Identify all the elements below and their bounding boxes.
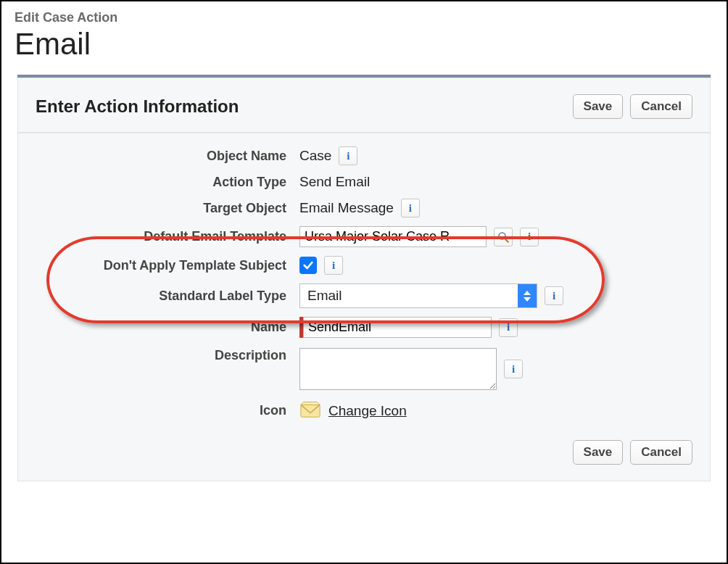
object-name-value: Case [299, 148, 331, 164]
lookup-icon[interactable] [494, 228, 513, 246]
panel-header: Enter Action Information Save Cancel [18, 78, 710, 133]
change-icon-link[interactable]: Change Icon [328, 403, 407, 419]
name-field-wrap [299, 317, 492, 338]
form: Object Name Case i Action Type Send Emai… [18, 133, 710, 427]
info-icon[interactable]: i [499, 318, 518, 337]
panel-title: Enter Action Information [36, 96, 239, 117]
info-icon[interactable]: i [401, 199, 420, 217]
default-email-template-label: Default Email Template [18, 229, 299, 244]
page-header: Edit Case Action Email [1, 1, 727, 75]
name-label: Name [18, 320, 299, 335]
standard-label-type-select[interactable]: Email [299, 283, 537, 308]
cancel-button[interactable]: Cancel [630, 94, 692, 119]
page-title: Email [15, 27, 713, 62]
dont-apply-subject-label: Don't Apply Template Subject [18, 258, 299, 273]
info-icon[interactable]: i [545, 286, 563, 305]
description-textarea[interactable] [299, 348, 497, 390]
panel: Enter Action Information Save Cancel Obj… [17, 78, 711, 481]
save-button[interactable]: Save [573, 94, 624, 119]
standard-label-type-label: Standard Label Type [18, 289, 299, 304]
target-object-value: Email Message [299, 200, 394, 216]
info-icon[interactable]: i [324, 256, 343, 275]
save-button-footer[interactable]: Save [573, 440, 624, 465]
page-subtitle: Edit Case Action [15, 10, 713, 25]
cancel-button-footer[interactable]: Cancel [630, 440, 692, 465]
action-type-label: Action Type [18, 175, 299, 190]
description-label: Description [18, 348, 299, 363]
action-type-value: Send Email [299, 174, 370, 190]
info-icon[interactable]: i [504, 360, 523, 378]
footer-buttons: Save Cancel [18, 427, 710, 481]
envelope-icon [299, 399, 321, 423]
name-input[interactable] [303, 317, 492, 338]
default-email-template-input[interactable] [299, 226, 487, 247]
select-stepper-icon [518, 284, 537, 307]
standard-label-type-value: Email [300, 284, 518, 307]
object-name-label: Object Name [18, 149, 299, 164]
svg-line-1 [505, 239, 508, 242]
dont-apply-subject-checkbox[interactable] [299, 257, 317, 274]
target-object-label: Target Object [18, 201, 299, 216]
info-icon[interactable]: i [339, 146, 357, 165]
icon-label: Icon [18, 403, 299, 418]
info-icon[interactable]: i [520, 228, 539, 246]
